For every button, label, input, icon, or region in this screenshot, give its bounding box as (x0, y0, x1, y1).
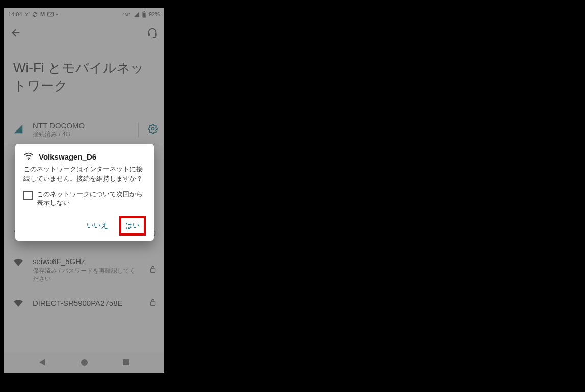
dialog-checkbox-label: このネットワークについて次回から表示しない (37, 190, 146, 207)
dialog-checkbox-row[interactable]: このネットワークについて次回から表示しない (23, 190, 146, 207)
dialog: Volkswagen_D6 このネットワークはインターネットに接続していません。… (15, 144, 154, 241)
dialog-actions: いいえ はい (23, 216, 146, 236)
wifi-icon (23, 152, 34, 162)
checkbox-icon[interactable] (23, 191, 33, 200)
phone-screen: 14:04 Y' M 4G⁺ 92% (4, 8, 164, 373)
dialog-title: Volkswagen_D6 (39, 152, 96, 161)
yes-button[interactable]: はい (119, 216, 146, 236)
dialog-title-row: Volkswagen_D6 (23, 152, 146, 162)
dialog-message: このネットワークはインターネットに接続していません。接続を維持しますか？ (23, 165, 146, 184)
no-button[interactable]: いいえ (83, 218, 112, 233)
svg-point-10 (28, 159, 29, 160)
